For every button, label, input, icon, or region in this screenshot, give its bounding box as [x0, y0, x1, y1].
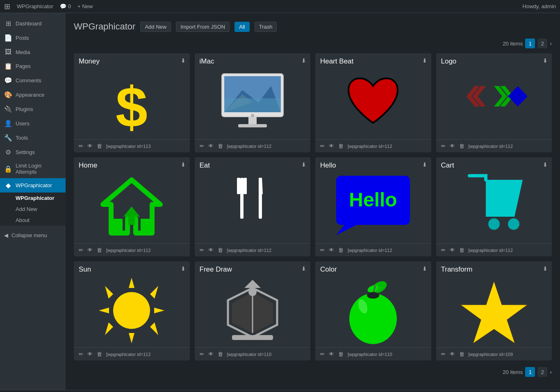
- delete-icon[interactable]: 🗑: [97, 143, 102, 149]
- card-footer-money: ✏ 👁 🗑 [wpgraphicator id=113: [74, 139, 190, 152]
- download-icon[interactable]: ⬇: [301, 265, 306, 272]
- download-icon[interactable]: ⬇: [422, 161, 427, 168]
- card-title: Cart: [436, 157, 552, 170]
- delete-icon[interactable]: 🗑: [218, 143, 223, 149]
- delete-icon[interactable]: 🗑: [338, 143, 344, 149]
- download-icon[interactable]: ⬇: [301, 57, 306, 64]
- download-icon[interactable]: ⬇: [422, 57, 427, 64]
- download-icon[interactable]: ⬇: [422, 265, 427, 272]
- view-icon[interactable]: 👁: [87, 247, 93, 253]
- download-icon[interactable]: ⬇: [543, 265, 548, 272]
- imac-svg: [214, 70, 291, 135]
- sidebar-item-comments[interactable]: 💬 Comments: [0, 73, 66, 88]
- svg-marker-36: [150, 286, 158, 299]
- delete-icon[interactable]: 🗑: [218, 351, 223, 357]
- delete-icon[interactable]: 🗑: [459, 351, 464, 357]
- comments-link[interactable]: 💬 0: [60, 3, 71, 9]
- download-icon[interactable]: ⬇: [543, 57, 548, 64]
- add-new-button[interactable]: Add New: [140, 22, 171, 32]
- collapse-menu-button[interactable]: ◀ Collapse menu: [0, 229, 66, 242]
- edit-icon[interactable]: ✏: [320, 351, 325, 357]
- delete-icon[interactable]: 🗑: [97, 247, 102, 253]
- card-preview-hello: Hello: [315, 170, 431, 243]
- new-content-button[interactable]: + New: [77, 3, 93, 9]
- edit-icon[interactable]: ✏: [200, 247, 204, 253]
- svg-rect-22: [240, 194, 244, 199]
- delete-icon[interactable]: 🗑: [218, 247, 223, 253]
- edit-icon[interactable]: ✏: [79, 351, 83, 357]
- edit-icon[interactable]: ✏: [79, 247, 83, 253]
- delete-icon[interactable]: 🗑: [338, 247, 344, 253]
- view-icon[interactable]: 👁: [87, 351, 93, 357]
- page-1-button[interactable]: 1: [525, 39, 535, 48]
- view-icon[interactable]: 👁: [450, 351, 455, 357]
- view-icon[interactable]: 👁: [329, 143, 334, 149]
- delete-icon[interactable]: 🗑: [459, 143, 464, 149]
- card-preview-heartbeat: [315, 66, 431, 139]
- edit-icon[interactable]: ✏: [200, 351, 204, 357]
- view-icon[interactable]: 👁: [329, 351, 334, 357]
- card-preview-logo: [436, 66, 552, 139]
- filter-trash-button[interactable]: Trash: [255, 22, 277, 32]
- sidebar-item-label: Tools: [16, 135, 28, 141]
- card-logo: Logo ⬇ ✏ 👁: [436, 53, 552, 152]
- download-icon[interactable]: ⬇: [181, 161, 186, 168]
- view-icon[interactable]: 👁: [208, 143, 214, 149]
- eat-svg: [216, 172, 289, 241]
- card-title: iMac: [195, 53, 311, 66]
- view-icon[interactable]: 👁: [208, 351, 214, 357]
- sidebar-item-wpgraphicator[interactable]: ◆ WPGraphicator ◀: [0, 178, 66, 193]
- sidebar-item-users[interactable]: 👤 Users: [0, 116, 66, 131]
- sidebar-item-appearance[interactable]: 🎨 Appearance: [0, 88, 66, 102]
- submenu-add-new[interactable]: Add New: [0, 204, 66, 215]
- sidebar-item-tools[interactable]: 🔧 Tools: [0, 131, 66, 145]
- page-1-button-bottom[interactable]: 1: [525, 367, 535, 377]
- submenu-wpgraphicator[interactable]: WPGraphicator: [0, 193, 66, 204]
- delete-icon[interactable]: 🗑: [338, 351, 344, 357]
- shortcode-text: [wpgraphicator id=112: [227, 144, 272, 149]
- delete-icon[interactable]: 🗑: [459, 247, 464, 253]
- edit-icon[interactable]: ✏: [320, 247, 325, 253]
- edit-icon[interactable]: ✏: [441, 247, 446, 253]
- view-icon[interactable]: 👁: [450, 247, 455, 253]
- edit-icon[interactable]: ✏: [200, 143, 204, 149]
- sidebar-item-plugins[interactable]: 🔌 Plugins: [0, 102, 66, 116]
- view-icon[interactable]: 👁: [450, 143, 455, 149]
- download-icon[interactable]: ⬇: [543, 161, 548, 168]
- view-icon[interactable]: 👁: [87, 143, 93, 149]
- edit-icon[interactable]: ✏: [441, 143, 446, 149]
- download-icon[interactable]: ⬇: [301, 161, 306, 168]
- page-2-button[interactable]: 2: [537, 39, 547, 48]
- appearance-icon: 🎨: [4, 91, 12, 99]
- next-page-button-bottom[interactable]: ›: [550, 369, 552, 375]
- edit-icon[interactable]: ✏: [79, 143, 83, 149]
- wp-logo-icon[interactable]: ⊞: [4, 2, 10, 11]
- view-icon[interactable]: 👁: [208, 247, 214, 253]
- site-name[interactable]: WPGraphicator: [17, 3, 53, 9]
- page-2-button-bottom[interactable]: 2: [537, 367, 547, 377]
- sidebar-item-limit-login[interactable]: 🔒 Limit Login Attempts: [0, 159, 66, 178]
- view-icon[interactable]: 👁: [329, 247, 334, 253]
- delete-icon[interactable]: 🗑: [97, 351, 102, 357]
- sidebar-item-dashboard[interactable]: ⊞ Dashboard: [0, 16, 66, 31]
- sidebar-item-settings[interactable]: ⚙ Settings: [0, 145, 66, 159]
- sidebar-item-posts[interactable]: 📄 Posts: [0, 31, 66, 45]
- svg-marker-32: [99, 308, 109, 313]
- hello-svg: Hello: [332, 172, 414, 241]
- download-icon[interactable]: ⬇: [181, 57, 186, 64]
- sidebar-item-pages[interactable]: 📋 Pages: [0, 59, 66, 73]
- edit-icon[interactable]: ✏: [320, 143, 325, 149]
- filter-all-button[interactable]: All: [234, 22, 249, 32]
- sidebar-item-label: Settings: [16, 149, 35, 155]
- posts-icon: 📄: [4, 34, 12, 42]
- edit-icon[interactable]: ✏: [441, 351, 446, 357]
- pagination-bottom: 20 items 1 2 ›: [74, 367, 552, 377]
- next-page-button[interactable]: ›: [550, 40, 552, 47]
- sidebar-item-media[interactable]: 🖼 Media: [0, 45, 66, 59]
- svg-rect-43: [232, 335, 273, 340]
- card-home: Home ⬇ ✏ 👁 🗑: [74, 157, 190, 256]
- sidebar-item-label: Appearance: [16, 92, 44, 98]
- submenu-about[interactable]: About: [0, 215, 66, 226]
- download-icon[interactable]: ⬇: [181, 265, 186, 272]
- import-json-button[interactable]: Import From JSON: [176, 22, 230, 32]
